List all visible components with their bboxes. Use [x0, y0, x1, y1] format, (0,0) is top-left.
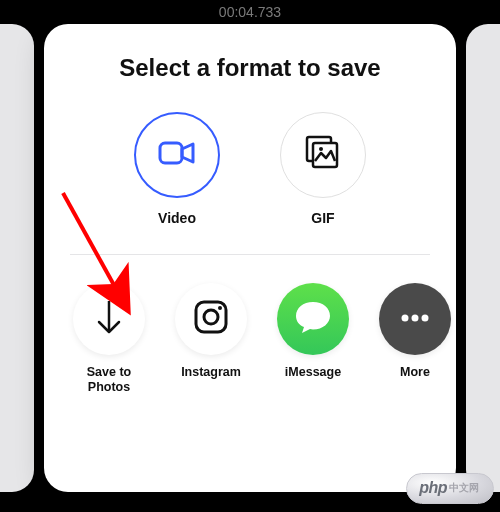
- save-to-photos-circle: [73, 283, 145, 355]
- share-label-save: Save to Photos: [87, 365, 131, 395]
- timecode: 00:04.733: [219, 4, 281, 20]
- format-option-gif[interactable]: GIF: [280, 112, 366, 226]
- video-icon-circle: [134, 112, 220, 198]
- save-format-modal: Select a format to save Video: [44, 24, 456, 492]
- format-option-video[interactable]: Video: [134, 112, 220, 226]
- svg-rect-0: [160, 143, 182, 163]
- share-more[interactable]: More: [376, 283, 454, 395]
- share-instagram[interactable]: Instagram: [172, 283, 250, 395]
- share-label-imessage: iMessage: [285, 365, 341, 380]
- chat-bubble-icon: [292, 297, 334, 341]
- video-camera-icon: [153, 129, 201, 181]
- ellipsis-icon: [397, 310, 433, 328]
- format-label-video: Video: [158, 210, 196, 226]
- download-arrow-icon: [92, 297, 126, 341]
- instagram-circle: [175, 283, 247, 355]
- gif-icon-circle: [280, 112, 366, 198]
- svg-point-6: [204, 310, 218, 324]
- share-imessage[interactable]: iMessage: [274, 283, 352, 395]
- instagram-icon: [191, 297, 231, 341]
- svg-point-10: [422, 315, 429, 322]
- svg-point-7: [218, 306, 222, 310]
- imessage-circle: [277, 283, 349, 355]
- format-options-row: Video GIF: [44, 112, 456, 254]
- gif-image-icon: [301, 131, 345, 179]
- share-label-more: More: [400, 365, 430, 380]
- svg-rect-5: [196, 302, 226, 332]
- share-label-instagram: Instagram: [181, 365, 241, 380]
- format-label-gif: GIF: [311, 210, 334, 226]
- next-thumbnail-edge: [466, 24, 500, 492]
- modal-title: Select a format to save: [44, 54, 456, 82]
- more-circle: [379, 283, 451, 355]
- svg-point-3: [319, 147, 323, 151]
- share-save-to-photos[interactable]: Save to Photos: [70, 283, 148, 395]
- content-strip: Select a format to save Video: [0, 24, 500, 492]
- share-options-row: Save to Photos Instagram: [44, 255, 456, 395]
- svg-point-8: [402, 315, 409, 322]
- svg-point-9: [412, 315, 419, 322]
- prev-thumbnail-edge: [0, 24, 34, 492]
